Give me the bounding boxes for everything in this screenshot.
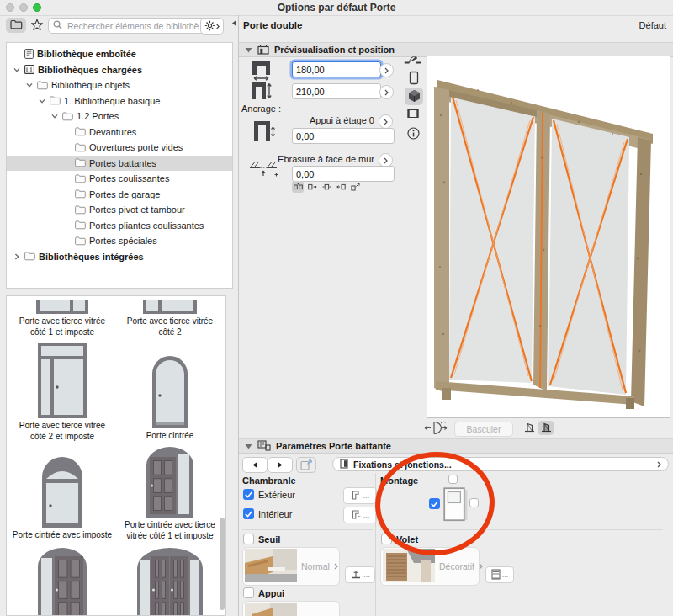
info-icon[interactable] <box>407 127 420 140</box>
reveal-value-input[interactable] <box>292 166 395 182</box>
width-input[interactable] <box>292 61 381 77</box>
door-open-in-toggle[interactable] <box>538 421 554 435</box>
flip-button[interactable]: Basculer <box>454 422 513 437</box>
tree-item[interactable]: Bibliothèque objets <box>7 77 232 93</box>
height-options-button[interactable] <box>379 85 394 99</box>
thumbnail-item[interactable]: Porte cintrée, 2 battants, 2 <box>116 543 224 616</box>
tree-item[interactable]: 1.2 Portes <box>7 109 232 125</box>
appui-checkbox[interactable] <box>243 587 254 598</box>
chevron-right-icon <box>657 459 661 470</box>
disclosure-triangle-icon[interactable] <box>245 45 252 55</box>
thumbnail-item[interactable]: Porte cintrée avec tierce vitrée côté 1 … <box>116 443 224 543</box>
chambranle-title: Chambranle <box>242 475 296 486</box>
sill-anchor-options-button[interactable] <box>379 114 393 129</box>
folder-icon <box>75 236 86 246</box>
montage-left-checkbox[interactable] <box>429 498 440 509</box>
door-thumbnail-image <box>143 300 197 314</box>
chevron-down-icon[interactable] <box>50 113 59 119</box>
thumbnail-caption: Porte cintrée avec tierce vitrée côté 1 … <box>119 518 221 541</box>
element-name: Porte double <box>243 20 302 30</box>
door-page-icon <box>340 459 348 470</box>
tree-item[interactable]: Portes coulissantes <box>7 171 232 187</box>
tree-item[interactable]: 1. Bibliothèque basique <box>7 93 232 109</box>
volet-checkbox-row[interactable]: Volet <box>381 534 418 544</box>
chevron-down-icon[interactable] <box>24 82 34 88</box>
appui-type-selector[interactable] <box>242 601 340 616</box>
parameter-page-selector[interactable]: Fixations et jonctions... <box>332 457 669 471</box>
interior-checkbox-row[interactable]: Intérieur <box>243 508 292 519</box>
search-input[interactable] <box>66 20 201 32</box>
3d-view-button[interactable] <box>405 88 423 105</box>
seuil-checkbox-row[interactable]: Seuil <box>243 534 280 544</box>
chevron-down-icon[interactable] <box>37 98 46 104</box>
thumbnail-item[interactable]: Porte cintrée avec imposte <box>8 443 116 543</box>
anchor-mode-diagonal-button[interactable] <box>349 181 361 193</box>
folder-icon <box>10 19 23 31</box>
thumbnail-item[interactable]: Porte avec tierce vitrée côté 2 et impos… <box>8 339 116 443</box>
next-page-button[interactable] <box>268 457 293 473</box>
flip-swing-icon[interactable] <box>422 420 449 436</box>
tree-item[interactable]: Bibliothèques chargées <box>7 62 232 78</box>
tree-item[interactable]: Devantures <box>7 125 232 141</box>
panel-collapse-arrow-icon[interactable] <box>231 19 237 29</box>
montage-top-checkbox[interactable] <box>448 475 458 484</box>
interior-casing-settings-button[interactable]: ... <box>343 507 377 523</box>
appui-checkbox-row[interactable]: Appui <box>243 587 284 598</box>
anchor-mode-left-button[interactable] <box>306 181 318 193</box>
volet-settings-button[interactable]: ... <box>485 566 514 583</box>
folder-view-button[interactable] <box>6 18 26 33</box>
volet-type-selector[interactable]: Décoratif <box>380 547 480 586</box>
section-view-icon[interactable] <box>406 109 420 119</box>
montage-right-checkbox[interactable] <box>469 498 479 507</box>
disclosure-triangle-icon[interactable] <box>245 441 252 451</box>
tree-item[interactable]: Portes battantes <box>7 156 232 172</box>
shutter-icon <box>491 569 501 581</box>
tree-item[interactable]: Portes de garage <box>7 187 232 203</box>
seuil-checkbox[interactable] <box>243 534 254 544</box>
prev-page-button[interactable] <box>242 457 268 473</box>
chevron-down-icon[interactable] <box>12 66 21 73</box>
library-search-field[interactable] <box>48 18 206 34</box>
tree-item[interactable]: Portes pliantes coulissantes <box>7 218 232 234</box>
section-door-parameters[interactable]: Paramètres Porte battante <box>239 438 673 454</box>
tree-item[interactable]: Ouvertures porte vides <box>7 140 232 156</box>
tree-item[interactable]: Portes pivot et tambour <box>7 202 232 218</box>
anchor-mode-center-button[interactable] <box>321 181 332 193</box>
transfer-settings-button[interactable] <box>296 457 316 473</box>
exterior-checkbox-row[interactable]: Extérieur <box>243 489 295 500</box>
folder-icon <box>62 112 73 121</box>
interior-checkbox[interactable] <box>243 508 254 519</box>
reveal-anchor-icon <box>248 160 278 179</box>
thumbnail-item[interactable]: Porte avec tierce vitrée côté 2 <box>116 296 224 339</box>
chevron-right-icon[interactable] <box>12 253 21 260</box>
tree-item[interactable]: Portes spéciales <box>7 233 232 249</box>
height-input[interactable] <box>292 83 381 99</box>
door-preview-viewport[interactable] <box>427 56 670 418</box>
library-settings-button[interactable] <box>200 18 224 35</box>
thumbnail-scrollbar[interactable] <box>220 518 225 610</box>
exterior-casing-settings-button[interactable]: ... <box>343 487 377 504</box>
prev-arrow-icon <box>252 461 258 469</box>
seuil-type-selector[interactable]: Normal <box>242 547 340 586</box>
width-options-button[interactable] <box>379 63 394 77</box>
door-3d-preview <box>427 56 670 417</box>
plan-view-icon[interactable] <box>404 53 421 65</box>
anchor-mode-right-button[interactable] <box>335 181 347 193</box>
favorites-button[interactable] <box>28 18 46 33</box>
thumbnail-item[interactable]: Porte cintrée avec tierce <box>8 543 116 616</box>
tree-item[interactable]: Bibliothèques intégrées <box>7 249 232 265</box>
exterior-checkbox[interactable] <box>243 489 254 500</box>
volet-thumbnail <box>383 549 435 584</box>
anchor-mode-both-sides-button[interactable] <box>292 181 304 193</box>
volet-checkbox[interactable] <box>381 534 392 544</box>
thumbnail-item[interactable]: Porte avec tierce vitrée côté 1 et impos… <box>8 296 116 339</box>
seuil-settings-button[interactable]: ... <box>345 566 375 583</box>
appui-title: Appui <box>258 588 284 598</box>
panel-splitter[interactable] <box>238 15 239 616</box>
elevation-view-icon[interactable] <box>409 71 419 85</box>
thumbnail-item[interactable]: Porte cintrée <box>116 339 224 443</box>
sill-value-input[interactable] <box>292 128 395 144</box>
thumbnail-caption: Porte avec tierce vitrée côté 2 et impos… <box>11 418 114 442</box>
tree-item[interactable]: Bibliothèque emboîtée <box>7 46 232 62</box>
door-open-out-toggle[interactable] <box>522 421 537 435</box>
